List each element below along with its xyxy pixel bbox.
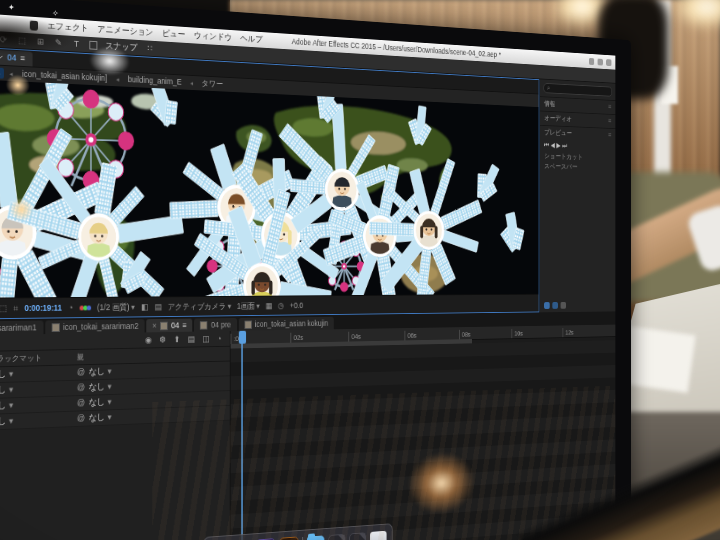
breadcrumb-arrow-icon: ◂ [190, 80, 193, 87]
frame-blend-icon[interactable] [188, 335, 195, 344]
ruler-tick: 08s [459, 328, 512, 339]
snapshot-icon[interactable] [68, 303, 73, 312]
track-matte-dropdown[interactable]: なし [0, 386, 13, 396]
show-channel-icon[interactable] [79, 304, 91, 311]
timeline-tab-label: icon_tokai_sarariman1 [0, 323, 37, 333]
audio-panel-label: オーディオ [544, 115, 572, 123]
grid-guides-icon[interactable] [13, 304, 18, 313]
region-of-interest-icon[interactable] [141, 303, 148, 312]
parent-column-header[interactable]: 親 [77, 351, 181, 361]
reflection-sparkle: ✧ [52, 9, 59, 18]
parent-pickwhip-icon[interactable] [77, 399, 85, 408]
pixel-aspect-icon[interactable] [265, 302, 272, 310]
fast-previews-icon[interactable] [278, 301, 284, 309]
preview-panel-label: プレビュー [544, 129, 572, 137]
panel-menu-icon[interactable]: ≡ [20, 54, 25, 63]
timeline-tab-label: icon_tokai_asian kokujin [255, 319, 328, 328]
transparency-grid-icon[interactable] [154, 303, 161, 312]
shortcut-value[interactable]: スペースバー [544, 163, 577, 171]
menu-bar-status-icons[interactable] [589, 58, 612, 66]
parent-pickwhip-icon[interactable] [77, 383, 85, 392]
breadcrumb-arrow-icon: ◂ [116, 76, 119, 83]
parent-dropdown[interactable]: なし [89, 367, 112, 376]
safe-zones-icon[interactable] [0, 304, 7, 313]
comp-icon [160, 321, 168, 330]
laptop-screen-bezel: エフェクト アニメーション ビュー ウィンドウ ヘルプ Adobe After … [0, 0, 631, 540]
info-panel-label: 情報 [544, 101, 555, 108]
comp-icon [51, 323, 59, 332]
photo-of-laptop-scene: エフェクト アニメーション ビュー ウィンドウ ヘルプ Adobe After … [0, 0, 720, 540]
exposure-value[interactable]: +0.0 [290, 302, 303, 310]
library-search-input[interactable] [543, 83, 612, 97]
composition-mini-flowchart-icon[interactable] [145, 336, 152, 345]
menu-window[interactable]: ウィンドウ [194, 31, 232, 42]
draft-3d-icon[interactable] [160, 335, 166, 344]
track-matte-dropdown[interactable]: なし [0, 401, 13, 411]
ruler-tick: 10s [512, 328, 563, 339]
active-camera-dropdown[interactable]: アクティブカメラ [168, 302, 232, 311]
playhead-handle[interactable] [239, 331, 246, 344]
comp-icon [200, 321, 208, 329]
graph-editor-icon[interactable] [217, 334, 222, 342]
breadcrumb-item[interactable]: タワー [198, 78, 226, 89]
resolution-dropdown[interactable]: (1/2 画質) [97, 303, 135, 311]
menu-help[interactable]: ヘルプ [240, 34, 262, 44]
composition-panel: コンポジション 04 ≡ 04 pre ◂ 04 ◂ icon_tokai_as… [0, 44, 539, 320]
ruler-tick: 12s [563, 327, 613, 337]
timeline-tab-label: 04 [171, 321, 179, 329]
menu-view[interactable]: ビュー [162, 29, 185, 39]
after-effects-ui: エフェクト アニメーション ビュー ウィンドウ ヘルプ Adobe After … [0, 10, 615, 540]
preview-option-icons[interactable] [540, 298, 615, 312]
track-matte-column-header[interactable]: トラックマット [0, 353, 77, 363]
parent-dropdown[interactable]: なし [89, 398, 112, 407]
parent-dropdown[interactable]: なし [89, 383, 112, 392]
track-matte-dropdown[interactable]: なし [0, 370, 13, 379]
parent-pickwhip-icon[interactable] [77, 414, 85, 423]
breadcrumb-item-active[interactable]: 04 [0, 67, 4, 78]
timeline-tab-04-active[interactable]: × 04 ≡ [146, 319, 192, 333]
shy-layers-icon[interactable] [202, 335, 209, 343]
lens-flare-small [9, 198, 33, 222]
timeline-tab-label: 04 pre [211, 321, 231, 329]
world-map-artwork [0, 77, 539, 298]
close-tab-icon[interactable]: × [152, 322, 156, 330]
transport-buttons[interactable]: ⏮ ◀ ▶ ⏭ [544, 142, 567, 150]
timeline-tab-label: icon_tokai_sarariman2 [63, 322, 139, 331]
parent-dropdown[interactable]: なし [89, 413, 112, 423]
lens-flare-small [6, 74, 30, 97]
motion-blur-icon[interactable] [174, 335, 180, 344]
reflection-sparkle: ✦ [8, 3, 15, 12]
track-matte-dropdown[interactable]: なし [0, 417, 13, 427]
menu-animation[interactable]: アニメーション [97, 25, 153, 37]
snap-checkbox[interactable] [89, 40, 97, 49]
workspace-grid-icon[interactable] [145, 44, 154, 53]
breadcrumb-item[interactable]: building_anim_E [124, 74, 185, 87]
panel-menu-icon[interactable]: ≡ [183, 321, 187, 329]
parent-pickwhip-icon[interactable] [77, 368, 85, 377]
comp-icon [244, 320, 251, 328]
timeline-tab-04pre[interactable]: 04 pre [194, 318, 236, 332]
view-layout-dropdown[interactable]: 1画面 [237, 302, 260, 310]
screen-glare-dark [0, 10, 73, 58]
composition-viewer[interactable] [0, 77, 539, 298]
right-panel-strip: 情報≡ オーディオ≡ プレビュー≡ ⏮ ◀ ▶ ⏭ ショートカット [539, 79, 615, 312]
current-timecode[interactable]: 0:00:19:11 [24, 304, 61, 313]
shortcut-label: ショートカット [544, 153, 583, 161]
